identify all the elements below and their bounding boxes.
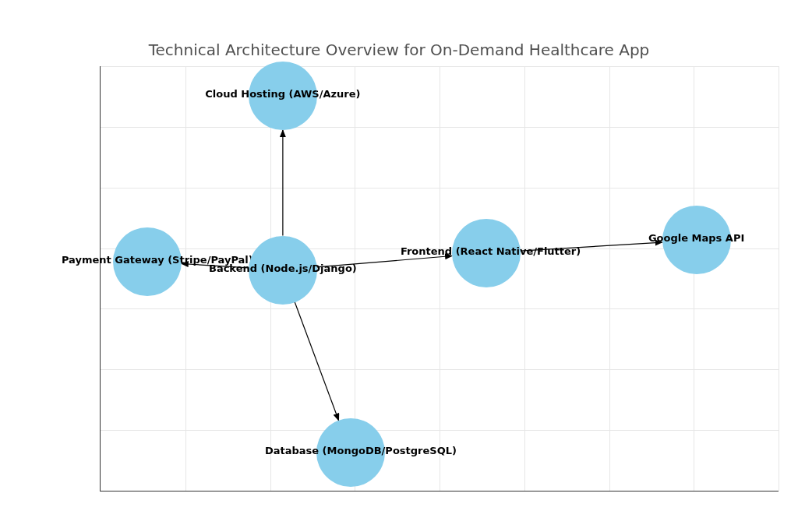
- gridline-horizontal: [101, 127, 779, 128]
- gridline-horizontal: [101, 188, 779, 188]
- gridline-horizontal: [101, 369, 779, 370]
- diagram-canvas: Technical Architecture Overview for On-D…: [0, 0, 798, 532]
- gridline-vertical: [779, 66, 779, 491]
- plot-area: [100, 66, 779, 491]
- gridline-vertical: [440, 66, 440, 491]
- node-label-backend: Backend (Node.js/Django): [197, 262, 369, 274]
- node-label-maps: Google Maps API: [611, 232, 782, 244]
- gridline-vertical: [609, 66, 610, 491]
- gridline-horizontal: [101, 308, 779, 309]
- gridline-vertical: [185, 66, 186, 491]
- gridline-vertical: [694, 66, 694, 491]
- gridline-horizontal: [101, 430, 779, 431]
- diagram-title: Technical Architecture Overview for On-D…: [0, 41, 798, 59]
- gridline-horizontal: [101, 66, 779, 67]
- node-label-db: Database (MongoDB/PostgreSQL): [265, 445, 436, 456]
- node-label-frontend: Frontend (React Native/Flutter): [401, 245, 572, 257]
- node-label-cloud: Cloud Hosting (AWS/Azure): [197, 88, 369, 100]
- gridline-vertical: [524, 66, 525, 491]
